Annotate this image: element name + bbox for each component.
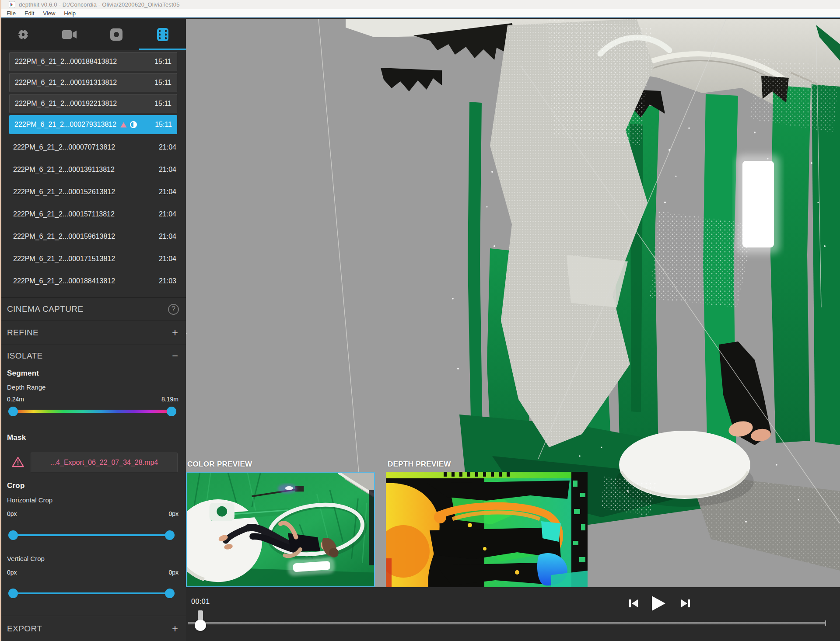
- color-preview-scene: [187, 473, 374, 586]
- v-crop-max-value: 0px: [168, 569, 178, 576]
- timeline-end-marker: [825, 620, 826, 626]
- clip-row[interactable]: 222PM_6_21_2...000191313812 15:11: [9, 73, 177, 92]
- clip-row[interactable]: 222PM_6_21_2...000171513812 21:04: [0, 247, 186, 270]
- v-crop-min-value: 0px: [7, 569, 17, 576]
- clip-row[interactable]: 222PM_6_21_2...000192213812 15:11: [9, 94, 177, 113]
- clip-time: 15:11: [154, 58, 172, 66]
- section-cinema-capture[interactable]: CINEMA CAPTURE ?: [0, 297, 186, 320]
- v-crop-left-handle[interactable]: [8, 589, 18, 598]
- section-label: REFINE: [7, 328, 38, 338]
- clip-row[interactable]: 222PM_6_21_2...000188413812 15:11: [9, 52, 177, 71]
- menu-help[interactable]: Help: [60, 10, 80, 17]
- color-preview-label: COLOR PREVIEW: [187, 460, 252, 469]
- clip-time: 21:04: [159, 143, 176, 151]
- skip-to-start-button[interactable]: [624, 595, 643, 612]
- window-title: depthkit v0.6.0 - D:/Concordia - Olivia/…: [19, 1, 180, 8]
- depth-min-value: 0.24m: [7, 396, 24, 403]
- tab-calibrate[interactable]: [0, 19, 46, 50]
- mask-label: Mask: [7, 433, 26, 442]
- h-crop-left-handle[interactable]: [8, 530, 18, 540]
- menu-view[interactable]: View: [39, 10, 59, 17]
- warning-triangle-icon: [120, 122, 127, 128]
- clip-time: 21:04: [159, 188, 176, 196]
- clip-time: 21:03: [159, 277, 176, 285]
- tab-record[interactable]: [93, 19, 140, 50]
- h-crop-max-value: 0px: [168, 510, 178, 517]
- clip-time: 21:04: [159, 210, 176, 218]
- clip-name: 222PM_6_21_2...000159613812: [13, 233, 115, 240]
- section-export[interactable]: EXPORT +: [0, 616, 186, 641]
- depth-max-value: 8.19m: [161, 396, 178, 403]
- expand-icon[interactable]: +: [172, 624, 178, 634]
- depthkit-window: depthkit v0.6.0 - D:/Concordia - Olivia/…: [0, 0, 840, 641]
- clip-time: 15:11: [154, 79, 172, 87]
- clip-name: 222PM_6_21_2...000152613812: [13, 188, 115, 196]
- skip-start-icon: [628, 598, 639, 609]
- contrast-icon: [130, 121, 137, 128]
- clip-row[interactable]: 222PM_6_21_2...000070713812 21:04: [0, 136, 186, 158]
- mask-file-button[interactable]: ...4_Export_06_22_07_34_28.mp4: [31, 453, 178, 473]
- clip-row[interactable]: 222PM_6_21_2...000159613812 21:04: [0, 225, 186, 247]
- help-icon[interactable]: ?: [168, 304, 179, 315]
- depth-min-handle[interactable]: [8, 407, 18, 416]
- clip-time: 15:11: [155, 121, 172, 129]
- v-crop-right-handle[interactable]: [165, 589, 175, 598]
- tab-camera[interactable]: [46, 19, 93, 50]
- active-tab-indicator: [139, 49, 186, 50]
- clip-row[interactable]: 222PM_6_21_2...000139113812 21:04: [0, 158, 186, 181]
- window-left-border: [0, 0, 1, 641]
- video-camera-icon: [62, 29, 77, 40]
- title-bar: depthkit v0.6.0 - D:/Concordia - Olivia/…: [0, 0, 840, 9]
- clip-name: 222PM_6_21_2...000157113812: [13, 210, 115, 218]
- clip-name: 222PM_6_21_2...000279313812: [14, 121, 116, 129]
- clip-name: 222PM_6_21_2...000171513812: [13, 255, 115, 263]
- collapse-icon[interactable]: −: [172, 351, 178, 361]
- depthkit-logo-icon: [9, 1, 15, 8]
- transport-bar: 00:01: [186, 587, 840, 641]
- sidebar-tab-bar: [0, 19, 186, 50]
- h-crop-right-handle[interactable]: [165, 530, 175, 540]
- clip-name: 222PM_6_21_2...000188413812: [13, 277, 115, 285]
- depth-range-slider[interactable]: [10, 410, 175, 413]
- clip-name: 222PM_6_21_2...000070713812: [13, 143, 115, 151]
- depth-max-handle[interactable]: [167, 407, 176, 416]
- clip-row[interactable]: 222PM_6_21_2...000157113812 21:04: [0, 203, 186, 225]
- tab-edit[interactable]: [140, 19, 186, 50]
- horizontal-crop-label: Horizontal Crop: [7, 496, 52, 504]
- clip-list: 222PM_6_21_2...000188413812 15:11 222PM_…: [0, 51, 186, 292]
- clip-time: 15:11: [154, 100, 172, 108]
- section-refine[interactable]: REFINE +: [0, 320, 186, 345]
- clip-name: 222PM_6_21_2...000192213812: [15, 100, 117, 108]
- menu-file[interactable]: File: [3, 10, 20, 17]
- menu-bar: File Edit View Help: [0, 9, 840, 18]
- vertical-crop-slider[interactable]: [13, 592, 170, 594]
- segment-label: Segment: [7, 369, 39, 378]
- menu-edit[interactable]: Edit: [21, 10, 38, 17]
- h-crop-min-value: 0px: [7, 510, 17, 517]
- playhead-knob[interactable]: [195, 620, 206, 631]
- clip-row[interactable]: 222PM_6_21_2...000188413812 21:03: [0, 270, 186, 292]
- clip-time: 21:04: [159, 233, 176, 240]
- clip-name: 222PM_6_21_2...000191313812: [15, 79, 117, 87]
- crosshair-icon: [16, 28, 30, 42]
- clip-row-selected[interactable]: 222PM_6_21_2...000279313812 15:11: [9, 115, 177, 134]
- vertical-crop-label: Vertical Crop: [7, 555, 45, 562]
- clip-row[interactable]: 222PM_6_21_2...000152613812 21:04: [0, 181, 186, 203]
- horizontal-crop-slider[interactable]: [13, 534, 170, 536]
- depth-range-label: Depth Range: [7, 383, 46, 391]
- timeline-scrubber[interactable]: [188, 622, 826, 624]
- clip-time: 21:04: [159, 255, 176, 263]
- sidebar: 222PM_6_21_2...000188413812 15:11 222PM_…: [0, 19, 186, 641]
- expand-icon[interactable]: +: [172, 327, 178, 338]
- section-label: CINEMA CAPTURE: [7, 304, 84, 314]
- clip-name: 222PM_6_21_2...000139113812: [13, 166, 115, 174]
- depth-preview-image[interactable]: [386, 472, 588, 587]
- skip-end-icon: [680, 598, 691, 609]
- section-isolate[interactable]: ISOLATE −: [0, 345, 186, 366]
- play-button[interactable]: [649, 595, 668, 612]
- skip-to-end-button[interactable]: [676, 595, 695, 612]
- section-label: EXPORT: [7, 624, 42, 634]
- mask-file-name: ...4_Export_06_22_07_34_28.mp4: [50, 459, 158, 467]
- clip-name: 222PM_6_21_2...000188413812: [15, 58, 117, 66]
- color-preview-image[interactable]: [186, 472, 375, 587]
